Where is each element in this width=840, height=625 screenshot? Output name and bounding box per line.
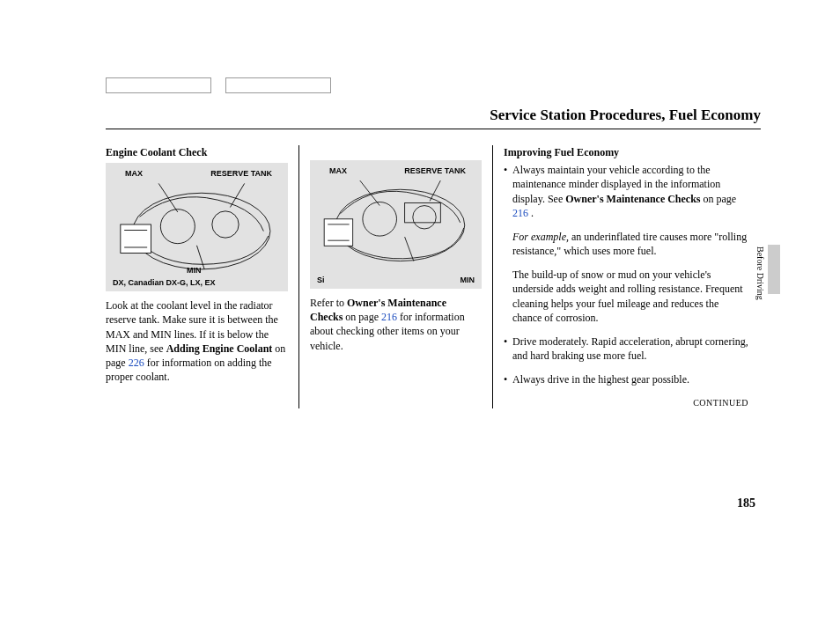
fuel-economy-list: Always maintain your vehicle according t… bbox=[504, 163, 748, 220]
column-3: Improving Fuel Economy Always maintain y… bbox=[493, 145, 748, 408]
page-number: 185 bbox=[737, 496, 755, 512]
fuel-economy-list-2: Drive moderately. Rapid acceleration, ab… bbox=[504, 335, 748, 387]
section-side-label: Before Driving bbox=[755, 246, 767, 300]
col2-page-link[interactable]: 216 bbox=[381, 311, 397, 323]
col1-page-link[interactable]: 226 bbox=[129, 357, 144, 369]
svg-point-2 bbox=[212, 211, 239, 238]
figure-coolant-dx: MAX RESERVE TANK MIN bbox=[106, 163, 288, 291]
example-para: For example, an underinflated tire cause… bbox=[512, 230, 748, 258]
svg-point-10 bbox=[363, 202, 397, 236]
col2-text-c: on page bbox=[343, 311, 381, 323]
col1-text-bold: Adding Engine Coolant bbox=[166, 342, 273, 355]
b1-page-link[interactable]: 216 bbox=[512, 207, 528, 219]
fig2-max-label: MAX bbox=[329, 165, 347, 176]
content-columns: Engine Coolant Check MAX RESERVE TANK bbox=[106, 145, 761, 408]
engine-diagram-icon bbox=[111, 179, 283, 274]
bullet-maintain: Always maintain your vehicle according t… bbox=[504, 163, 748, 220]
svg-rect-6 bbox=[121, 224, 151, 253]
continued-label: CONTINUED bbox=[504, 397, 748, 409]
fig1-max-label: MAX bbox=[125, 168, 143, 179]
col2-paragraph: Refer to Owner's Maintenance Checks on p… bbox=[310, 296, 482, 353]
top-placeholder-boxes bbox=[106, 77, 331, 93]
bullet-drive-moderately: Drive moderately. Rapid acceleration, ab… bbox=[504, 335, 748, 363]
b1-text-c: on page bbox=[701, 193, 737, 205]
fig2-reserve-label: RESERVE TANK bbox=[404, 165, 466, 176]
snow-para: The build-up of snow or mud on your vehi… bbox=[512, 268, 748, 325]
top-box-2 bbox=[225, 77, 331, 93]
engine-diagram-icon bbox=[315, 176, 476, 266]
svg-line-14 bbox=[430, 180, 440, 201]
svg-line-3 bbox=[158, 184, 178, 212]
thumb-tab bbox=[768, 245, 780, 294]
svg-line-15 bbox=[405, 237, 414, 261]
column-1: Engine Coolant Check MAX RESERVE TANK bbox=[106, 145, 299, 408]
top-box-1 bbox=[106, 77, 211, 93]
fig1-reserve-label: RESERVE TANK bbox=[210, 168, 272, 179]
page-title: Service Station Procedures, Fuel Economy bbox=[106, 106, 761, 129]
fig1-min-label: MIN bbox=[187, 265, 202, 276]
svg-point-0 bbox=[133, 193, 270, 269]
col1-heading: Engine Coolant Check bbox=[106, 145, 288, 159]
col2-text-a: Refer to bbox=[310, 297, 347, 309]
figure-coolant-si: MAX RESERVE TANK bbox=[310, 160, 482, 289]
col1-paragraph: Look at the coolant level in the radiato… bbox=[106, 298, 288, 384]
b1-text-bold: Owner's Maintenance Checks bbox=[565, 193, 700, 205]
fig1-caption: DX, Canadian DX-G, LX, EX bbox=[113, 277, 216, 288]
fig2-min-label: MIN bbox=[461, 275, 475, 285]
column-2: MAX RESERVE TANK bbox=[299, 145, 493, 408]
bullet-highest-gear: Always drive in the highest gear possibl… bbox=[504, 372, 748, 386]
svg-point-9 bbox=[335, 189, 464, 261]
svg-point-1 bbox=[160, 210, 195, 244]
example-lead: For example, bbox=[512, 231, 569, 243]
b1-text-d: . bbox=[528, 207, 534, 219]
svg-line-4 bbox=[230, 184, 244, 208]
fig2-caption-left: Si bbox=[317, 275, 325, 285]
col3-heading: Improving Fuel Economy bbox=[504, 145, 748, 159]
svg-point-11 bbox=[413, 205, 436, 228]
svg-rect-16 bbox=[324, 219, 353, 246]
